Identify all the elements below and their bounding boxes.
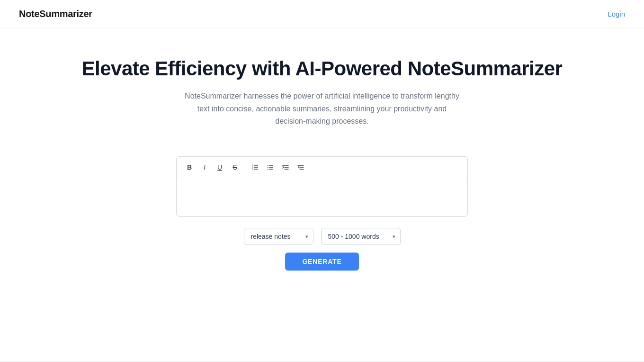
editor-toolbar: B I U S 1. 2. 3.: [177, 157, 467, 178]
toolbar-divider-1: [245, 163, 245, 172]
login-button[interactable]: Login: [608, 10, 625, 18]
length-select-wrapper: 100 - 300 words 300 - 500 words 500 - 10…: [321, 228, 401, 245]
cta-area: release notes meeting notes research pap…: [0, 218, 644, 271]
svg-point-9: [268, 165, 268, 166]
svg-text:3.: 3.: [252, 168, 253, 170]
controls-row: release notes meeting notes research pap…: [244, 228, 401, 245]
generate-button[interactable]: GENERATE: [285, 253, 358, 271]
navbar: NoteSummarizer Login: [0, 0, 644, 28]
indent-icon: [282, 163, 289, 171]
underline-button[interactable]: U: [213, 161, 227, 174]
unordered-list-icon: [267, 163, 274, 171]
text-editor[interactable]: [177, 178, 467, 216]
italic-button[interactable]: I: [197, 161, 212, 174]
ordered-list-button[interactable]: 1. 2. 3.: [248, 161, 262, 174]
type-select-wrapper: release notes meeting notes research pap…: [244, 228, 313, 245]
strikethrough-button[interactable]: S: [228, 161, 242, 174]
outdent-button[interactable]: [294, 161, 308, 174]
outdent-icon: [297, 163, 304, 171]
editor-container: B I U S 1. 2. 3.: [176, 156, 468, 217]
ordered-list-icon: 1. 2. 3.: [251, 163, 259, 171]
indent-button[interactable]: [278, 161, 293, 174]
hero-subtitle: NoteSummarizer harnesses the power of ar…: [185, 90, 459, 127]
page-title: Elevate Efficiency with AI-Powered NoteS…: [0, 57, 644, 81]
svg-point-10: [268, 167, 268, 168]
type-select[interactable]: release notes meeting notes research pap…: [244, 228, 313, 245]
unordered-list-button[interactable]: [263, 161, 277, 174]
svg-point-11: [268, 169, 268, 170]
hero-section: Elevate Efficiency with AI-Powered NoteS…: [0, 28, 644, 142]
bold-button[interactable]: B: [182, 161, 197, 174]
logo: NoteSummarizer: [19, 9, 92, 19]
length-select[interactable]: 100 - 300 words 300 - 500 words 500 - 10…: [321, 228, 401, 245]
